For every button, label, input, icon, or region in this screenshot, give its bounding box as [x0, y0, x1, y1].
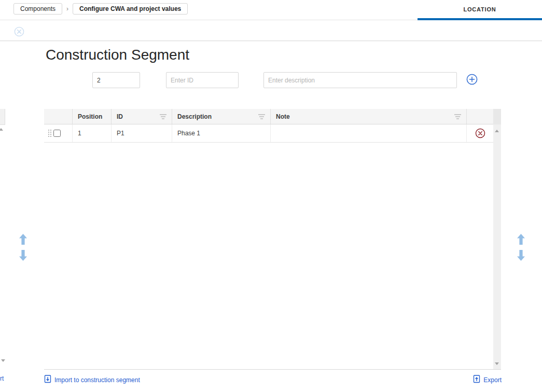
construction-segment-table: Position ID Description Note 1 P1 [44, 109, 501, 370]
delete-icon[interactable] [475, 128, 485, 138]
description-input[interactable] [263, 72, 457, 88]
header-label-description: Description [177, 113, 212, 120]
background-clipped-link[interactable]: rt [0, 375, 4, 382]
move-up-icon[interactable] [19, 234, 27, 245]
cell-note [271, 124, 467, 142]
background-table-fragment [0, 109, 5, 125]
header-cell-note[interactable]: Note [271, 109, 467, 124]
cell-id: P1 [112, 124, 172, 142]
header-cell-description[interactable]: Description [172, 109, 271, 124]
tab-location[interactable]: LOCATION [418, 0, 542, 18]
move-down-icon[interactable] [19, 250, 27, 261]
move-up-icon[interactable] [517, 234, 525, 245]
header-cell-actions [467, 109, 493, 124]
row-checkbox[interactable] [53, 130, 61, 137]
position-input[interactable] [92, 72, 140, 88]
background-scroll-up-icon [0, 128, 3, 131]
export-link[interactable]: Export [473, 375, 502, 385]
breadcrumb-current-button[interactable]: Configure CWA and project values [73, 3, 188, 15]
panel-toolbar [0, 20, 542, 41]
export-link-label: Export [483, 376, 502, 384]
move-down-icon[interactable] [517, 250, 525, 261]
page-title: Construction Segment [46, 47, 189, 63]
id-input[interactable] [166, 72, 239, 88]
table-header-row: Position ID Description Note [44, 109, 501, 124]
filter-icon[interactable] [454, 114, 461, 119]
import-link[interactable]: Import to construction segment [44, 375, 140, 385]
header-cell-position[interactable]: Position [73, 109, 112, 124]
filter-icon[interactable] [258, 114, 265, 119]
background-scroll-down-icon [1, 359, 5, 362]
row-actions-cell [467, 124, 493, 142]
top-bar: Components › Configure CWA and project v… [0, 0, 542, 20]
chevron-right-icon: › [66, 5, 68, 12]
scroll-up-icon[interactable] [495, 130, 499, 132]
header-label-position: Position [78, 113, 102, 120]
export-icon [473, 375, 480, 385]
add-icon[interactable] [466, 74, 478, 85]
scroll-down-icon[interactable] [495, 362, 499, 365]
filter-icon[interactable] [160, 114, 166, 119]
row-select-cell [44, 124, 73, 142]
configure-cwa-screen: rt Components › Configure CWA and projec… [0, 0, 542, 392]
breadcrumb: Components › Configure CWA and project v… [13, 3, 188, 15]
cell-position: 1 [73, 124, 112, 142]
scrollbar-header-cap [493, 109, 501, 124]
header-label-note: Note [276, 113, 290, 120]
import-icon [44, 375, 51, 385]
header-label-id: ID [117, 113, 123, 120]
breadcrumb-components-button[interactable]: Components [13, 3, 62, 15]
drag-handle-icon[interactable] [48, 130, 49, 131]
header-cell-id[interactable]: ID [112, 109, 172, 124]
close-icon[interactable] [14, 26, 24, 37]
header-cell-select [44, 109, 73, 124]
table-scrollbar[interactable] [493, 109, 501, 369]
cell-description: Phase 1 [172, 124, 271, 142]
table-row[interactable]: 1 P1 Phase 1 [44, 124, 501, 143]
import-link-label: Import to construction segment [54, 376, 140, 384]
